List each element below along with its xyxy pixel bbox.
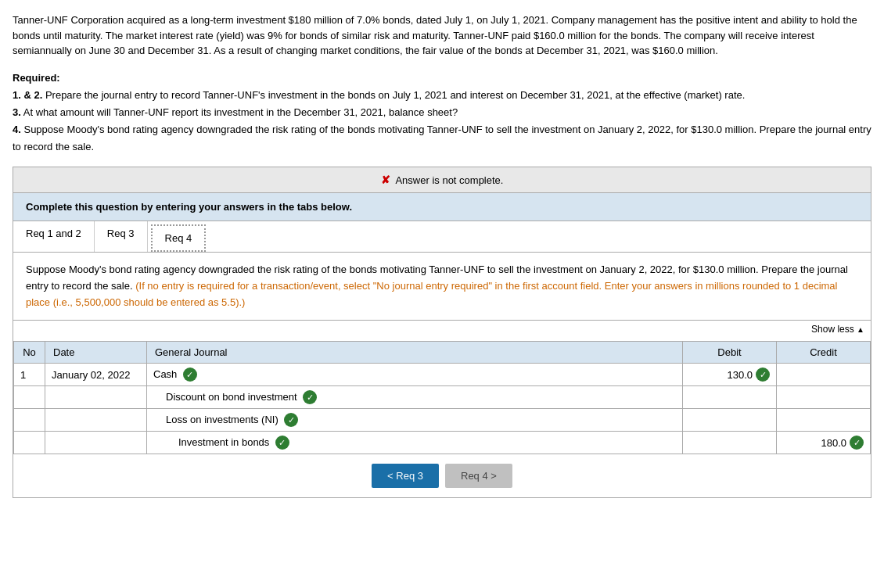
row-2-credit[interactable] <box>777 386 871 409</box>
row-3-date <box>45 409 147 432</box>
row-1-date: January 02, 2022 <box>45 364 147 386</box>
col-header-no: No <box>14 342 45 364</box>
content-area: Suppose Moody's bond rating agency downg… <box>13 253 871 321</box>
table-header-row: No Date General Journal Debit Credit <box>14 342 871 364</box>
tab-req-4[interactable]: Req 4 <box>151 224 207 252</box>
answer-box: ✘ Answer is not complete. Complete this … <box>13 167 871 498</box>
row-4-credit[interactable]: 180.0 ✓ <box>777 432 871 454</box>
required-item-1: 1. & 2. Prepare the journal entry to rec… <box>13 89 745 101</box>
journal-table: No Date General Journal Debit Credit 1 J… <box>13 341 871 454</box>
row-2-debit[interactable] <box>683 386 777 409</box>
tabs-row: Req 1 and 2 Req 3 Req 4 <box>13 221 871 253</box>
row-1-debit[interactable]: 130.0 ✓ <box>683 364 777 386</box>
table-row: Discount on bond investment ✓ <box>14 386 871 409</box>
col-header-date: Date <box>45 342 147 364</box>
table-row: Investment in bonds ✓ 180.0 ✓ <box>14 432 871 454</box>
required-section: Required: 1. & 2. Prepare the journal en… <box>13 70 871 156</box>
table-row: 1 January 02, 2022 Cash ✓ 130.0 ✓ <box>14 364 871 386</box>
row-3-account[interactable]: Loss on investments (NI) ✓ <box>147 409 683 432</box>
row-1-account-check: ✓ <box>183 368 197 382</box>
col-header-debit: Debit <box>683 342 777 364</box>
complete-question-text: Complete this question by entering your … <box>26 201 352 213</box>
row-4-credit-check: ✓ <box>850 436 864 450</box>
complete-question-bar: Complete this question by entering your … <box>13 193 871 221</box>
nav-buttons: < Req 3 Req 4 > <box>13 454 871 497</box>
required-item-4: 4. Suppose Moody's bond rating agency do… <box>13 124 871 152</box>
row-4-account[interactable]: Investment in bonds ✓ <box>147 432 683 454</box>
x-icon: ✘ <box>381 174 390 186</box>
row-2-account-check: ✓ <box>303 390 317 404</box>
row-2-no <box>14 386 45 409</box>
content-orange-text: (If no entry is required for a transacti… <box>26 280 837 308</box>
intro-paragraph: Tanner-UNF Corporation acquired as a lon… <box>13 13 871 59</box>
tab-req-1-and-2[interactable]: Req 1 and 2 <box>13 221 95 252</box>
row-1-credit[interactable] <box>777 364 871 386</box>
row-4-no <box>14 432 45 454</box>
answer-incomplete-bar: ✘ Answer is not complete. <box>13 167 871 193</box>
table-row: Loss on investments (NI) ✓ <box>14 409 871 432</box>
col-header-general-journal: General Journal <box>147 342 683 364</box>
row-1-no: 1 <box>14 364 45 386</box>
row-3-no <box>14 409 45 432</box>
row-4-account-check: ✓ <box>275 436 289 450</box>
show-less-row: Show less ▲ <box>13 321 871 338</box>
required-title: Required: <box>13 72 60 84</box>
col-header-credit: Credit <box>777 342 871 364</box>
show-less-text: Show less <box>811 324 854 335</box>
row-3-debit[interactable] <box>683 409 777 432</box>
arrow-up-icon: ▲ <box>857 325 864 334</box>
forward-button[interactable]: Req 4 > <box>445 464 512 488</box>
row-2-date <box>45 386 147 409</box>
row-4-date <box>45 432 147 454</box>
back-button[interactable]: < Req 3 <box>372 464 439 488</box>
row-3-credit[interactable] <box>777 409 871 432</box>
row-3-account-check: ✓ <box>284 413 298 427</box>
answer-incomplete-text: Answer is not complete. <box>395 174 503 186</box>
show-less-link[interactable]: Show less ▲ <box>811 324 864 335</box>
required-item-3: 3. At what amount will Tanner-UNF report… <box>13 106 458 118</box>
tab-req-3[interactable]: Req 3 <box>95 221 148 252</box>
row-1-account[interactable]: Cash ✓ <box>147 364 683 386</box>
row-4-debit[interactable] <box>683 432 777 454</box>
row-1-debit-check: ✓ <box>756 368 770 382</box>
row-2-account[interactable]: Discount on bond investment ✓ <box>147 386 683 409</box>
